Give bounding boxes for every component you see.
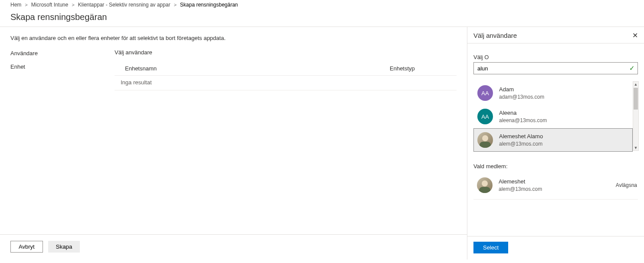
selected-member-label: Vald medlem: xyxy=(473,163,638,170)
selected-member-email: alem@13mos.com xyxy=(499,186,542,193)
panel-title: Välj användare xyxy=(473,32,517,39)
breadcrumb-item[interactable]: Klientappar - Selektiv rensning av appar xyxy=(78,2,171,8)
scroll-up-icon[interactable]: ▲ xyxy=(634,82,638,87)
cancel-button[interactable]: Avbryt xyxy=(10,241,43,253)
instruction-text: Välj en användare och en eller flera enh… xyxy=(10,35,457,41)
remove-member-button[interactable]: Avlägsna xyxy=(616,182,637,188)
scroll-thumb[interactable] xyxy=(634,88,638,110)
user-item[interactable]: AA Adam adam@13mos.com xyxy=(473,81,633,105)
search-box[interactable]: ✓ xyxy=(473,62,638,74)
label-device: Enhet xyxy=(10,63,115,70)
device-table-empty: Inga resultat xyxy=(115,75,457,90)
breadcrumb-item-current: Skapa rensningsbegäran xyxy=(180,2,238,8)
scrollbar[interactable]: ▲ ▼ xyxy=(633,81,639,151)
search-field-label: Välj O xyxy=(473,54,638,60)
search-input[interactable] xyxy=(477,65,629,72)
label-user: Användare xyxy=(10,49,115,57)
breadcrumb-sep: > xyxy=(174,2,176,7)
user-name: Adam xyxy=(499,86,544,93)
close-icon[interactable]: ✕ xyxy=(631,30,640,40)
breadcrumb-sep: > xyxy=(72,2,74,7)
select-user-link[interactable]: Välj användare xyxy=(115,49,457,56)
user-name: Alemeshet Alamo xyxy=(499,133,543,140)
selected-member-name: Alemeshet xyxy=(499,178,542,186)
col-device-type: Enhetstyp xyxy=(390,65,450,72)
avatar: AA xyxy=(477,109,493,124)
breadcrumb-item[interactable]: Microsoft Intune xyxy=(31,2,68,8)
avatar xyxy=(477,177,493,193)
breadcrumb-item[interactable]: Hem xyxy=(10,2,21,8)
user-item[interactable]: AA Aleena aleena@13mos.com xyxy=(473,105,633,128)
create-button[interactable]: Skapa xyxy=(48,241,80,253)
user-name: Aleena xyxy=(499,109,547,117)
col-device-name: Enhetsnamn xyxy=(125,65,390,72)
main-content: Välj en användare och en eller flera enh… xyxy=(0,27,467,260)
user-email: alem@13mos.com xyxy=(499,140,543,147)
device-table: Enhetsnamn Enhetstyp Inga resultat xyxy=(115,63,457,90)
page-title: Skapa rensningsbegäran xyxy=(0,9,644,27)
avatar xyxy=(477,132,493,148)
user-item-selected[interactable]: Alemeshet Alamo alem@13mos.com xyxy=(473,128,633,152)
breadcrumb-sep: > xyxy=(25,2,27,7)
select-user-panel: Välj användare ✕ Välj O ✓ AA Adam adam@1… xyxy=(467,27,644,260)
check-icon: ✓ xyxy=(629,64,635,72)
avatar: AA xyxy=(477,85,493,101)
scroll-down-icon[interactable]: ▼ xyxy=(634,145,638,150)
panel-footer: Select xyxy=(467,236,644,260)
user-list: AA Adam adam@13mos.com AA Aleena aleena@… xyxy=(473,81,638,152)
user-email: adam@13mos.com xyxy=(499,93,544,100)
footer: Avbryt Skapa xyxy=(0,234,467,260)
selected-member-row: Alemeshet alem@13mos.com Avlägsna xyxy=(473,174,638,200)
select-button[interactable]: Select xyxy=(473,242,508,253)
user-email: aleena@13mos.com xyxy=(499,117,547,124)
breadcrumb: Hem > Microsoft Intune > Klientappar - S… xyxy=(0,0,644,9)
